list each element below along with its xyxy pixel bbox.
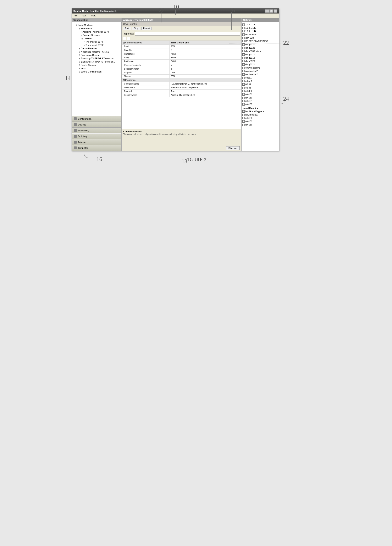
prop-value[interactable]: …\LocalMachine\…\ThermostatInfo.xml (169, 82, 241, 86)
checkbox[interactable] (242, 110, 245, 113)
network-item[interactable]: dan-520 (242, 36, 278, 39)
network-item[interactable]: 86.08 (242, 86, 278, 89)
network-item[interactable]: rs6030 (242, 89, 278, 93)
config-tree[interactable]: Local MachineThermostatAprilaire Thermos… (72, 22, 121, 116)
checkbox[interactable] (242, 50, 245, 52)
tree-item[interactable]: Aprilaire Thermostat 8870 (81, 30, 120, 33)
prop-value[interactable]: COM1 (169, 60, 241, 63)
tree-item[interactable]: Samsung TX-TPS/PS Television1 (78, 60, 120, 63)
network-item[interactable]: dmg6118 (242, 56, 278, 59)
tree-item[interactable]: Denon Receiver (78, 47, 120, 50)
network-item[interactable]: navimedia27 (242, 113, 278, 116)
network-item[interactable]: navimedia.2 (242, 73, 278, 76)
tree-item[interactable]: Samsung TX-TPS/PS Television (78, 57, 120, 60)
checkbox[interactable] (242, 37, 245, 39)
checkbox[interactable] (242, 117, 245, 119)
checkbox[interactable] (242, 67, 245, 69)
discover-button[interactable]: Discover (226, 146, 240, 150)
network-item[interactable]: dmg6117 (242, 53, 278, 56)
tree-item[interactable]: Neothings Maestro PC/NC2 (78, 50, 120, 53)
tree-item[interactable]: Velux (78, 67, 120, 70)
prop-value[interactable]: 9600 (169, 45, 241, 48)
network-item[interactable]: rs6165 (242, 103, 278, 106)
prop-value[interactable]: 8 (169, 48, 241, 52)
tree-item[interactable]: Thermostat 8870 (84, 40, 120, 43)
checkbox[interactable] (242, 53, 245, 56)
network-item[interactable]: entryroaddrive (242, 66, 278, 69)
checkbox[interactable] (242, 100, 245, 102)
prop-value[interactable]: \r (169, 63, 241, 67)
checkbox[interactable] (242, 27, 245, 29)
network-item[interactable]: rs6164 (242, 99, 278, 103)
network-item[interactable]: rs6181 (242, 120, 278, 123)
alphabetize-button[interactable] (127, 37, 130, 40)
checkbox[interactable] (242, 80, 245, 82)
checkbox[interactable] (242, 30, 245, 32)
network-item[interactable]: bollen-labs (242, 33, 278, 36)
checkbox[interactable] (242, 103, 245, 105)
checkbox[interactable] (242, 70, 245, 72)
menu-help[interactable]: Help (90, 14, 97, 17)
network-item[interactable]: rsbbc1 (242, 79, 278, 83)
tree-item[interactable]: Whole Configuration (78, 70, 120, 73)
network-item[interactable]: rs6168 (242, 116, 278, 120)
prop-value[interactable]: Aprilaire Thermostat 8870 (169, 93, 241, 97)
stop-button[interactable]: Stop (132, 26, 140, 30)
checkbox[interactable] (242, 47, 245, 49)
menu-edit[interactable]: Edit (81, 14, 88, 17)
prop-value[interactable]: One (169, 71, 241, 75)
checkbox[interactable] (242, 114, 245, 116)
tree-item[interactable]: ThermostatAprilaire Thermostat 8870Conta… (78, 27, 120, 47)
tree-item[interactable]: Panasonic Camera (78, 53, 120, 57)
tree-item[interactable]: Thermostat 8870.1 (84, 43, 120, 47)
minimize-button[interactable]: _ (265, 9, 269, 13)
network-item[interactable]: 10.0.1.140 (242, 23, 278, 26)
prop-value[interactable]: Thermostat 8870 Component (169, 86, 241, 90)
tree-item[interactable]: Contact Sensors (81, 33, 120, 37)
checkbox[interactable] (242, 93, 245, 96)
network-list[interactable]: 10.0.1.14010.0.1.14310.0.1.144bollen-lab… (241, 22, 279, 151)
checkbox[interactable] (242, 33, 245, 36)
prop-group[interactable]: ⊟ Properties (122, 78, 169, 82)
nav-devices[interactable]: Devices (72, 122, 121, 128)
network-item[interactable]: rs6161 (242, 93, 278, 96)
property-grid[interactable]: ⊟ CommunicationsSerial Control Link Baud… (122, 41, 241, 129)
checkbox[interactable] (242, 43, 245, 46)
checkbox[interactable] (242, 97, 245, 99)
properties-input[interactable] (135, 32, 240, 36)
network-item[interactable]: dmg6121 (242, 63, 278, 66)
network-item[interactable]: dmg6100_vista (242, 49, 278, 53)
checkbox[interactable] (242, 57, 245, 59)
prop-value[interactable]: None (169, 56, 241, 60)
restart-button[interactable]: Restart (141, 26, 152, 30)
prop-value[interactable]: \r (169, 67, 241, 71)
close-button[interactable]: × (273, 9, 277, 13)
categorize-button[interactable] (123, 37, 126, 40)
prop-group[interactable]: ⊟ Communications (122, 41, 169, 45)
checkbox[interactable] (242, 73, 245, 76)
network-item[interactable]: 86.02 (242, 83, 278, 86)
network-item[interactable]: rs6163 (242, 96, 278, 99)
network-item[interactable]: 10.0.1.144 (242, 30, 278, 33)
tree-item[interactable]: Local MachineThermostatAprilaire Thermos… (76, 24, 120, 73)
checkbox[interactable] (242, 83, 245, 86)
network-item[interactable]: navimedia.2 (242, 69, 278, 73)
nav-configuration[interactable]: Configuration (72, 116, 121, 122)
prop-value[interactable]: 5000 (169, 75, 241, 78)
nav-scripting[interactable]: Scripting (72, 133, 121, 139)
maximize-button[interactable]: □ (269, 9, 273, 13)
network-close-icon[interactable]: × (276, 19, 277, 21)
network-item[interactable]: BEDROOM-TSPINCC (242, 39, 278, 43)
checkbox[interactable] (242, 40, 245, 42)
tree-item[interactable]: DevicesThermostat 8870Thermostat 8870.1 (81, 37, 120, 47)
checkbox[interactable] (242, 24, 245, 26)
checkbox[interactable] (242, 77, 245, 79)
checkbox[interactable] (242, 87, 245, 89)
network-item[interactable]: code1 (242, 76, 278, 79)
start-button[interactable]: Start (123, 26, 131, 30)
menu-file[interactable]: File (73, 14, 79, 17)
network-item[interactable]: dmg6120 (242, 59, 278, 63)
prop-value[interactable]: True (169, 90, 241, 93)
tree-item[interactable]: Sentry Shades (78, 63, 120, 67)
network-item[interactable]: rs6169 (242, 123, 278, 126)
